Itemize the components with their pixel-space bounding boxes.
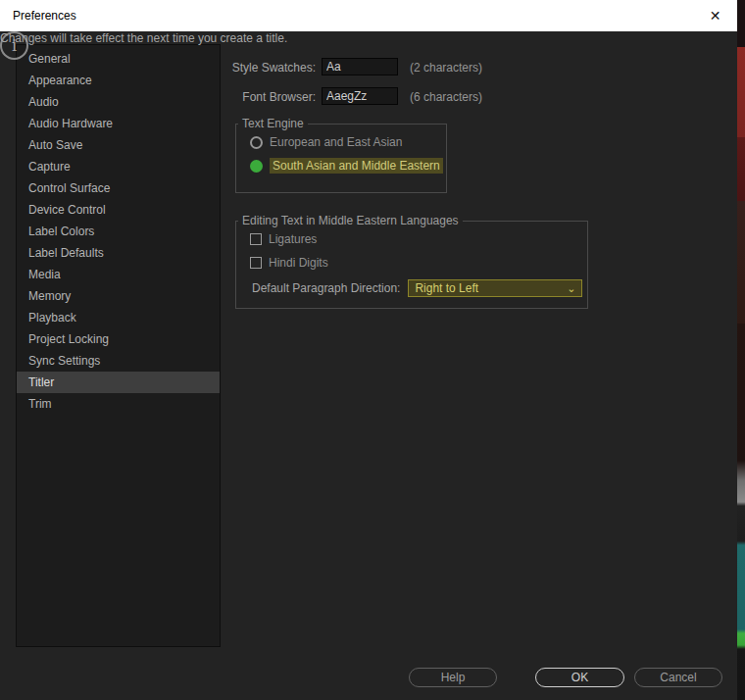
- radio-icon-selected: [250, 160, 263, 173]
- close-icon: ✕: [710, 8, 721, 24]
- sidebar-item-project-locking[interactable]: Project Locking: [17, 328, 220, 350]
- sidebar-item-label-defaults[interactable]: Label Defaults: [17, 242, 220, 264]
- radio-label: European and East Asian: [270, 135, 402, 149]
- sidebar-item-auto-save[interactable]: Auto Save: [17, 134, 220, 156]
- preferences-dialog: Preferences ✕ General Appearance Audio A…: [0, 0, 737, 700]
- chevron-down-icon: ⌄: [567, 283, 575, 293]
- radio-icon-unselected: [250, 136, 263, 149]
- font-browser-hint: (6 characters): [410, 90, 482, 104]
- checkbox-label: Ligatures: [269, 232, 317, 246]
- sidebar-item-device-control[interactable]: Device Control: [17, 199, 220, 221]
- ok-button[interactable]: OK: [535, 668, 624, 687]
- sidebar-item-general[interactable]: General: [17, 48, 220, 70]
- close-button[interactable]: ✕: [693, 0, 737, 31]
- text-engine-group: Text Engine European and East Asian Sout…: [235, 117, 447, 193]
- sidebar-item-audio[interactable]: Audio: [17, 91, 220, 113]
- paragraph-direction-row: Default Paragraph Direction: Right to Le…: [252, 279, 587, 297]
- sidebar-item-playback[interactable]: Playback: [17, 307, 220, 328]
- sidebar-item-trim[interactable]: Trim: [17, 393, 220, 415]
- font-browser-input[interactable]: [322, 87, 398, 105]
- checkbox-label: Hindi Digits: [269, 256, 328, 270]
- window-title: Preferences: [13, 9, 76, 23]
- sidebar-item-media[interactable]: Media: [17, 264, 220, 285]
- sidebar-item-capture[interactable]: Capture: [17, 156, 220, 177]
- background-app-strip: [737, 0, 745, 700]
- radio-label: South Asian and Middle Eastern: [270, 158, 443, 174]
- style-swatches-input[interactable]: [322, 58, 398, 75]
- dropdown-value: Right to Left: [415, 281, 478, 295]
- text-engine-group-title: Text Engine: [238, 117, 308, 130]
- preferences-category-list: General Appearance Audio Audio Hardware …: [16, 44, 221, 647]
- sidebar-item-titler[interactable]: Titler: [17, 372, 220, 393]
- paragraph-direction-dropdown[interactable]: Right to Left ⌄: [408, 279, 582, 297]
- sidebar-item-appearance[interactable]: Appearance: [17, 70, 220, 91]
- sidebar-item-audio-hardware[interactable]: Audio Hardware: [17, 113, 220, 134]
- checkbox-ligatures[interactable]: Ligatures: [250, 227, 587, 251]
- dialog-body: General Appearance Audio Audio Hardware …: [0, 31, 737, 700]
- radio-south-asian-middle-eastern[interactable]: South Asian and Middle Eastern: [250, 154, 446, 177]
- font-browser-label: Font Browser:: [225, 90, 316, 104]
- cancel-button[interactable]: Cancel: [634, 668, 722, 687]
- style-swatches-hint: (2 characters): [410, 61, 482, 75]
- sidebar-item-control-surface[interactable]: Control Surface: [17, 177, 220, 199]
- middle-eastern-editing-group: Editing Text in Middle Eastern Languages…: [235, 214, 588, 309]
- radio-european-east-asian[interactable]: European and East Asian: [250, 130, 446, 154]
- sidebar-item-memory[interactable]: Memory: [17, 285, 220, 307]
- checkbox-icon-unchecked: [250, 233, 262, 245]
- checkbox-hindi-digits[interactable]: Hindi Digits: [250, 251, 587, 275]
- middle-eastern-group-title: Editing Text in Middle Eastern Languages: [238, 214, 463, 227]
- info-message: Changes will take effect the next time y…: [0, 31, 287, 45]
- style-swatches-label: Style Swatches:: [225, 61, 316, 75]
- sidebar-item-sync-settings[interactable]: Sync Settings: [17, 350, 220, 372]
- title-bar: Preferences ✕: [0, 0, 737, 31]
- checkbox-icon-unchecked: [250, 257, 262, 269]
- sidebar-item-label-colors[interactable]: Label Colors: [17, 221, 220, 242]
- paragraph-direction-label: Default Paragraph Direction:: [252, 281, 400, 295]
- help-button[interactable]: Help: [409, 668, 497, 687]
